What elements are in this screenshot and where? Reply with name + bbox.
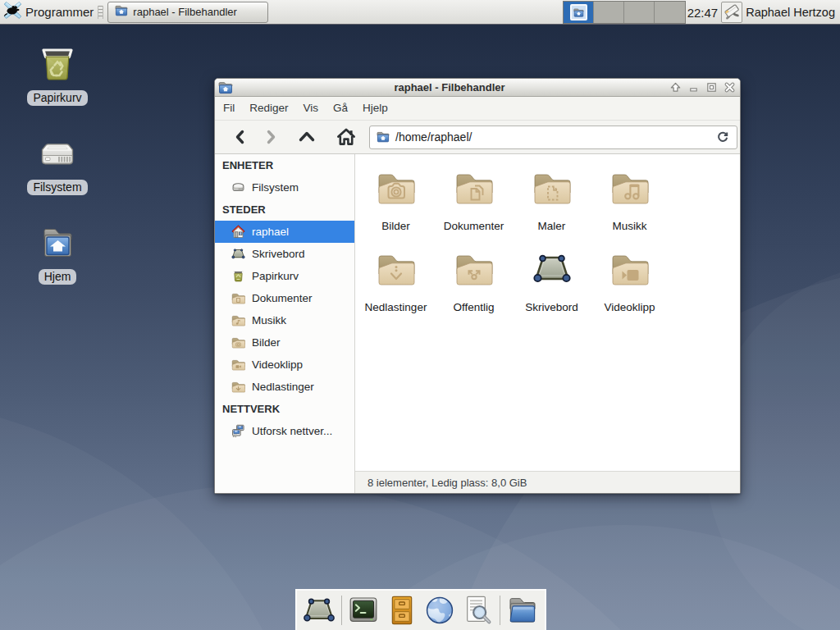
shade-button[interactable]: [666, 80, 684, 95]
file-item-videoklipp[interactable]: Videoklipp: [591, 249, 669, 313]
sidebar-item-videoklipp[interactable]: Videoklipp: [215, 354, 354, 376]
show-desktop-icon: [303, 594, 336, 627]
file-manager-launcher[interactable]: [503, 592, 541, 628]
back-button[interactable]: [225, 125, 255, 149]
reload-icon[interactable]: [716, 130, 729, 144]
file-manager-window: raphael - Filbehandler Fil Rediger: [214, 78, 741, 494]
menu-ga[interactable]: Gå: [326, 98, 355, 119]
clock[interactable]: 22:47: [687, 6, 719, 20]
window-title: raphael - Filbehandler: [233, 81, 666, 94]
sidebar: ENHETER Filsystem STEDER: [215, 154, 355, 493]
folder-pictures-icon: [231, 336, 245, 349]
file-manager-icon: [506, 594, 539, 627]
folder-music-icon: [231, 313, 245, 327]
sidebar-item-raphael[interactable]: raphael: [215, 221, 354, 243]
terminal-icon: [347, 594, 380, 627]
menu-vis[interactable]: Vis: [296, 98, 326, 119]
folder-downloads-icon: [231, 380, 245, 394]
desktop-icon-label: Filsystem: [27, 180, 87, 195]
file-item-dokumenter[interactable]: Dokumenter: [435, 168, 513, 232]
file-view[interactable]: Bilder Dokumenter: [355, 154, 740, 471]
folder-downloads-icon: [377, 249, 416, 289]
location-bar[interactable]: /home/raphael/: [369, 126, 737, 149]
file-item-skrivebord[interactable]: Skrivebord: [513, 249, 591, 313]
dock-separator: [341, 596, 342, 625]
location-path: /home/raphael/: [395, 130, 710, 144]
sidebar-header-places: STEDER: [215, 199, 354, 221]
statusbar-text: 8 ielementer, Ledig plass: 8,0 GiB: [368, 477, 527, 489]
menu-fil[interactable]: Fil: [216, 98, 242, 119]
workspace-2[interactable]: [594, 2, 624, 23]
sidebar-header-devices: ENHETER: [215, 154, 354, 176]
web-browser-launcher[interactable]: [421, 592, 459, 628]
workspace-4[interactable]: [655, 2, 685, 23]
sidebar-item-musikk[interactable]: Musikk: [215, 309, 354, 331]
sidebar-item-bilder[interactable]: Bilder: [215, 331, 354, 354]
sidebar-item-dokumenter[interactable]: Dokumenter: [215, 287, 354, 309]
sidebar-item-papirkurv[interactable]: Papirkurv: [215, 265, 354, 287]
folder-templates-icon: [532, 168, 572, 208]
taskbar-window-button[interactable]: raphael - Filbehandler: [107, 2, 268, 23]
folder-music-icon: [610, 168, 650, 208]
window-icon: [218, 80, 233, 95]
search-icon: [462, 594, 495, 627]
desktop-icon-trash[interactable]: Papirkurv: [18, 44, 97, 106]
sidebar-item-filsystem[interactable]: Filsystem: [215, 176, 354, 199]
desktop-icon-label: Papirkurv: [27, 90, 87, 106]
search-launcher[interactable]: [459, 592, 498, 628]
window-titlebar[interactable]: raphael - Filbehandler: [215, 79, 740, 97]
whiteout-icon: [723, 2, 741, 23]
file-cabinet-launcher[interactable]: [382, 592, 421, 628]
minimize-button[interactable]: [684, 80, 702, 95]
trash-icon: [231, 269, 245, 283]
maximize-button[interactable]: [702, 80, 720, 95]
desktop-icon-label: Hjem: [39, 269, 77, 285]
user-name-label: Raphael Hertzog: [746, 6, 835, 19]
applications-menu-label: Programmer: [25, 5, 94, 19]
dock-separator: [500, 596, 500, 625]
drive-icon: [38, 134, 77, 176]
sidebar-item-nedlastinger[interactable]: Nedlastinger: [215, 376, 354, 398]
terminal-launcher[interactable]: [345, 592, 383, 628]
drive-icon: [231, 180, 245, 194]
folder-documents-icon: [454, 168, 494, 208]
menu-rediger[interactable]: Rediger: [242, 98, 295, 119]
up-button[interactable]: [291, 125, 322, 149]
file-cabinet-icon: [386, 594, 418, 627]
desktop-icon-filesystem[interactable]: Filsystem: [18, 134, 97, 195]
trash-icon: [38, 44, 77, 87]
workspace-1[interactable]: [564, 2, 594, 23]
folder-icon: [377, 130, 390, 144]
folder-documents-icon: [231, 291, 245, 305]
workspace-pager: [563, 1, 686, 24]
menubar: Fil Rediger Vis Gå Hjelp: [215, 97, 740, 121]
show-desktop-button[interactable]: [300, 592, 339, 628]
home-button[interactable]: [331, 125, 361, 149]
file-item-nedlastinger[interactable]: Nedlastinger: [357, 249, 435, 313]
web-browser-icon: [423, 594, 456, 627]
folder-pictures-icon: [377, 168, 416, 208]
pager-window-thumbnail: [570, 4, 587, 21]
desktop-icon: [532, 249, 572, 289]
sidebar-item-network[interactable]: Utforsk nettver...: [215, 420, 354, 442]
file-item-musikk[interactable]: Musikk: [591, 168, 669, 232]
file-item-offentlig[interactable]: Offentlig: [435, 249, 513, 313]
home-icon: [231, 225, 245, 239]
desktop-icon-home[interactable]: Hjem: [18, 223, 97, 285]
desktop-icon: [231, 247, 245, 261]
close-button[interactable]: [720, 80, 738, 95]
sidebar-item-skrivebord[interactable]: Skrivebord: [215, 243, 354, 265]
applications-menu-button[interactable]: Programmer: [0, 0, 96, 24]
forward-button[interactable]: [255, 125, 285, 149]
menu-hjelp[interactable]: Hjelp: [355, 98, 395, 119]
network-icon: [231, 424, 245, 438]
toolbar: /home/raphael/: [215, 121, 740, 154]
workspace-3[interactable]: [624, 2, 655, 23]
xfce-logo-icon: [3, 1, 22, 23]
panel-grip-handle[interactable]: [98, 6, 103, 19]
file-item-maler[interactable]: Maler: [513, 168, 591, 232]
user-actions-button[interactable]: [721, 2, 742, 23]
file-item-bilder[interactable]: Bilder: [357, 168, 435, 232]
home-folder-icon: [38, 223, 77, 266]
file-manager-window-icon: [115, 4, 128, 20]
